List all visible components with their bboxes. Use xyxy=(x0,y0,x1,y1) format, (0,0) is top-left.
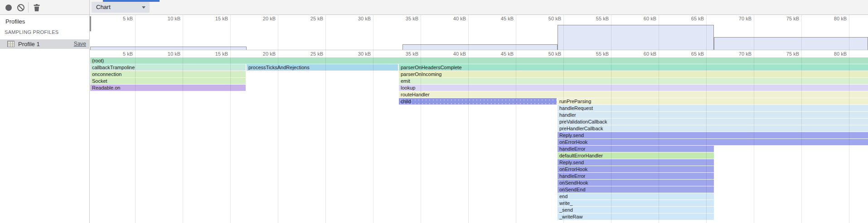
toolbar-left-section xyxy=(0,0,90,14)
trash-icon xyxy=(32,3,42,13)
flame-frame[interactable]: handler xyxy=(558,112,868,118)
ruler-tick-label: 30 kB xyxy=(335,51,371,57)
ruler-tick-label: 60 kB xyxy=(620,16,656,21)
overview-usage-step xyxy=(558,25,714,50)
flame-frame[interactable]: (root) xyxy=(90,57,868,64)
flame-frame[interactable]: handleError xyxy=(558,173,714,179)
sampling-profiles-header: SAMPLING PROFILES xyxy=(5,29,58,35)
ruler-tick-label: 30 kB xyxy=(335,16,371,21)
sidebar-title: Profiles xyxy=(5,18,25,25)
flame-frame[interactable]: _send xyxy=(558,207,714,213)
flame-frame[interactable]: onErrorHook xyxy=(558,139,868,145)
ruler-tick-label: 80 kB xyxy=(810,16,847,21)
ruler-tick-label: 10 kB xyxy=(144,16,180,21)
ruler-tick-label: 15 kB xyxy=(192,16,228,21)
block-icon xyxy=(16,3,26,13)
overview-usage-step xyxy=(90,47,247,50)
ruler-tick-label: 50 kB xyxy=(525,51,561,57)
flame-frame[interactable]: preValidationCallback xyxy=(558,119,868,125)
flame-frame[interactable]: lookup xyxy=(399,85,868,91)
overview-chart-divider xyxy=(90,50,868,50)
ruler-tick-label: 15 kB xyxy=(192,51,228,57)
ruler-tick-label: 50 kB xyxy=(525,16,561,21)
overview-usage-step xyxy=(714,37,868,50)
ruler-tick-label: 65 kB xyxy=(668,51,704,57)
ruler-tick-label: 40 kB xyxy=(430,16,466,21)
flame-frame[interactable]: processTicksAndRejections xyxy=(247,64,398,71)
view-mode-select[interactable]: Chart xyxy=(92,2,150,13)
ruler-tick-label: 10 kB xyxy=(144,51,180,57)
flame-frame[interactable]: onSendEnd xyxy=(558,186,714,193)
ruler-tick-label: 35 kB xyxy=(382,51,418,57)
ruler-tick-label: 35 kB xyxy=(382,16,418,21)
flame-frame[interactable]: onErrorHook xyxy=(558,166,714,172)
record-icon xyxy=(4,3,14,13)
flame-frame[interactable]: defaultErrorHandler xyxy=(558,152,714,159)
ruler-tick-label: 25 kB xyxy=(287,16,323,21)
ruler-tick-label: 55 kB xyxy=(572,51,609,57)
chart-ruler: 5 kB10 kB15 kB20 kB25 kB30 kB35 kB40 kB4… xyxy=(90,51,868,58)
ruler-tick-label: 5 kB xyxy=(97,51,133,57)
overview-usage-step xyxy=(402,44,558,50)
flame-frame[interactable]: onconnection xyxy=(90,71,246,77)
flame-frame[interactable]: parserOnHeadersComplete xyxy=(399,64,868,71)
ruler-tick-label: 65 kB xyxy=(668,16,704,21)
ruler-tick-label: 80 kB xyxy=(810,51,847,57)
flame-frame[interactable]: callbackTrampoline xyxy=(90,64,246,71)
flame-frame[interactable]: onSendHook xyxy=(558,180,714,186)
ruler-tick-label: 40 kB xyxy=(430,51,466,57)
toolbar-divider xyxy=(28,2,29,13)
flame-frame[interactable]: Reply.send xyxy=(558,159,714,166)
flame-frame[interactable]: routeHandler xyxy=(399,91,868,98)
ruler-tick-label: 70 kB xyxy=(715,51,752,57)
ruler-tick-label: 55 kB xyxy=(572,16,609,21)
ruler-tick-label: 25 kB xyxy=(287,51,323,57)
ruler-tick-label: 45 kB xyxy=(477,51,514,57)
delete-profile-button[interactable] xyxy=(32,3,42,13)
ruler-tick-label: 70 kB xyxy=(715,16,752,21)
flame-frame[interactable]: end xyxy=(558,193,714,199)
ruler-tick-label: 75 kB xyxy=(763,16,799,21)
view-mode-value: Chart xyxy=(96,4,111,10)
chevron-down-icon xyxy=(142,6,145,9)
profiler-toolbar: Chart xyxy=(0,0,868,15)
profiles-sidebar: Profiles SAMPLING PROFILES Profile 1 Sav… xyxy=(0,15,90,223)
sidebar-item-profile-1[interactable]: Profile 1 Save xyxy=(0,39,90,49)
flame-frame[interactable]: runPreParsing xyxy=(558,98,868,104)
ruler-tick-label: 20 kB xyxy=(239,51,276,57)
flame-frame[interactable]: preHandlerCallback xyxy=(558,125,868,132)
ruler-tick-label: 5 kB xyxy=(97,16,133,21)
clear-button[interactable] xyxy=(16,3,26,13)
flame-chart-pane: 5 kB10 kB15 kB20 kB25 kB30 kB35 kB40 kB4… xyxy=(90,15,868,223)
flame-frame[interactable]: parserOnIncoming xyxy=(399,71,868,77)
flame-frame[interactable]: handleRequest xyxy=(558,105,868,111)
ruler-tick-label: 60 kB xyxy=(620,51,656,57)
profile-name: Profile 1 xyxy=(18,41,40,47)
flame-frame[interactable]: handleError xyxy=(558,146,714,152)
overview-ruler: 5 kB10 kB15 kB20 kB25 kB30 kB35 kB40 kB4… xyxy=(90,16,868,23)
record-button[interactable] xyxy=(4,3,14,13)
flame-frame[interactable]: _writeRaw xyxy=(558,214,714,220)
flame-frames-layer: (root)callbackTrampolineprocessTicksAndR… xyxy=(90,57,868,223)
ruler-tick-label: 20 kB xyxy=(239,16,276,21)
flame-frame[interactable]: Socket xyxy=(90,78,246,84)
flame-frame[interactable]: Reply.send xyxy=(558,132,868,138)
ruler-tick-label: 45 kB xyxy=(477,16,514,21)
flame-frame[interactable]: write_ xyxy=(558,200,714,206)
save-profile-link[interactable]: Save xyxy=(74,41,86,47)
flame-frame[interactable]: emit xyxy=(399,78,868,84)
profile-grid-icon xyxy=(7,41,15,47)
flame-frame[interactable]: child xyxy=(399,98,557,104)
devtools-profiler-panel: Chart Profiles SAMPLING PROFILES Profile… xyxy=(0,0,868,223)
flame-frame[interactable]: Readable.on xyxy=(90,85,246,91)
ruler-tick-label: 75 kB xyxy=(763,51,799,57)
